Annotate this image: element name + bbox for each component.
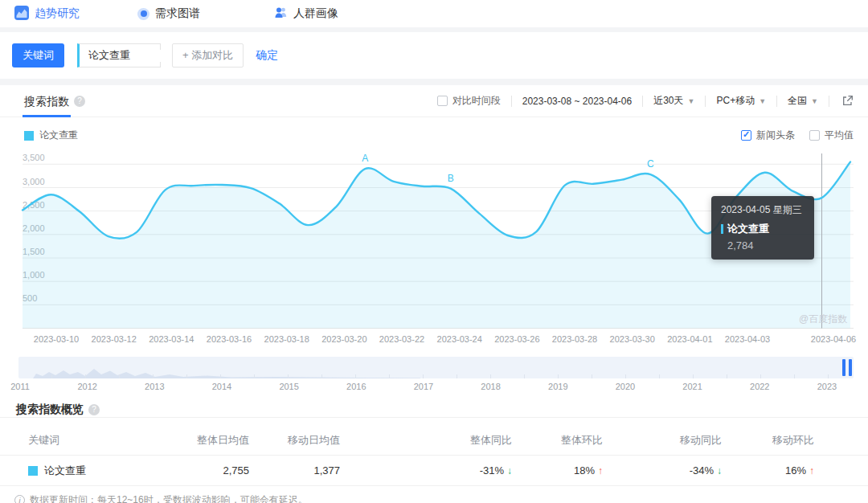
timeline-year-labels: 2011201220132014201520162017201820192020… — [18, 380, 854, 395]
nav-label-audience: 人群画像 — [293, 6, 338, 21]
demand-graph-icon — [137, 8, 149, 20]
year-label-2019: 2019 — [548, 382, 567, 391]
baidu-index-watermark: @百度指数 — [799, 313, 847, 326]
nav-item-trend-research[interactable]: 趋势研究 — [14, 6, 80, 22]
trend-arrow-icon: ↑ — [809, 465, 814, 476]
x-axis-label: 2023-03-22 — [379, 334, 424, 344]
news-checkbox-checked[interactable] — [741, 130, 751, 141]
compare-period-label: 对比时间段 — [452, 94, 501, 108]
row-keyword-cell: 论文查重 — [28, 464, 189, 478]
tab-search-index[interactable]: 搜索指数 — [24, 85, 69, 117]
help-icon[interactable] — [74, 96, 85, 107]
row-overall-daily-avg: 2,755 — [189, 464, 249, 476]
export-icon[interactable] — [841, 95, 854, 107]
x-axis-label: 2023-04-01 — [667, 334, 712, 344]
year-label-2020: 2020 — [616, 382, 635, 391]
tooltip-series-bar — [721, 224, 723, 234]
year-label-2023: 2023 — [817, 382, 837, 391]
info-icon — [14, 495, 25, 503]
svg-text:3,500: 3,500 — [23, 153, 45, 162]
tooltip-keyword: 论文查重 — [727, 222, 769, 236]
legend-keyword: 论文查重 — [39, 129, 78, 142]
time-span-dropdown[interactable]: 近30天 ▼ — [653, 94, 694, 108]
x-axis-label: 2023-03-14 — [149, 334, 194, 344]
device-dropdown[interactable]: PC+移动 ▼ — [716, 94, 766, 108]
x-axis-label: 2023-03-10 — [34, 334, 79, 344]
tooltip-date: 2023-04-05 星期三 — [721, 203, 805, 217]
overview-table-header: 关键词 整体日均值 移动日均值 整体同比 整体环比 移动同比 移动环比 — [0, 425, 868, 455]
average-toggle[interactable]: 平均值 — [809, 129, 854, 142]
row-mobile-yoy: -34%↓ — [603, 464, 722, 476]
help-icon[interactable] — [88, 404, 100, 415]
x-axis-label: 2023-03-28 — [552, 334, 597, 344]
divider — [511, 96, 512, 107]
x-axis-label: 2023-03-12 — [92, 334, 137, 344]
year-label-2022: 2022 — [750, 382, 769, 391]
year-label-2021: 2021 — [682, 382, 702, 391]
year-label-2013: 2013 — [145, 382, 164, 391]
row-overall-mom: 18%↑ — [512, 464, 603, 476]
col-overall-yoy: 整体同比 — [340, 433, 512, 448]
col-keyword: 关键词 — [28, 433, 189, 448]
confirm-link[interactable]: 确定 — [256, 48, 278, 63]
col-overall-mom: 整体环比 — [512, 433, 603, 448]
person-icon — [274, 6, 288, 21]
data-update-note: 数据更新时间：每天12~16时，受数据波动影响，可能会有延迟。 — [0, 486, 868, 503]
x-axis-label: 2023-04-03 — [725, 334, 770, 344]
year-label-2012: 2012 — [77, 382, 96, 391]
x-axis-label: 2023-03-24 — [437, 334, 482, 344]
year-label-2014: 2014 — [212, 382, 231, 391]
chart-header-row: 搜索指数 对比时间段 2023-03-08 ~ 2023-04-06 近30天 … — [0, 85, 868, 117]
search-index-card: 搜索指数 对比时间段 2023-03-08 ~ 2023-04-06 近30天 … — [0, 85, 868, 503]
tooltip-value: 2,784 — [727, 239, 805, 251]
timeline-slider[interactable] — [18, 357, 854, 378]
nav-label-demand: 需求图谱 — [155, 6, 200, 21]
x-axis-label: 2023-04-06 — [811, 334, 856, 344]
year-label-2011: 2011 — [10, 382, 30, 391]
chevron-down-icon: ▼ — [811, 97, 818, 105]
col-mobile-mom: 移动环比 — [722, 433, 814, 448]
slider-handle-right[interactable] — [849, 359, 852, 376]
col-overall-daily-avg: 整体日均值 — [189, 433, 249, 448]
time-span-value: 近30天 — [653, 94, 683, 108]
chart-filters: 对比时间段 2023-03-08 ~ 2023-04-06 近30天 ▼ PC+… — [437, 94, 854, 108]
chevron-down-icon: ▼ — [688, 97, 695, 105]
x-axis-label: 2023-03-26 — [494, 334, 539, 344]
trend-chart-icon — [14, 6, 29, 22]
divider — [642, 96, 643, 107]
row-overall-yoy: -31%↓ — [340, 464, 512, 476]
keyword-input[interactable] — [88, 50, 161, 62]
nav-item-audience-profile[interactable]: 人群画像 — [274, 6, 338, 21]
legend-row: 论文查重 新闻头条 平均值 — [0, 117, 868, 142]
overlay-toggles: 新闻头条 平均值 — [727, 129, 854, 142]
news-marker-B[interactable]: B — [448, 173, 454, 184]
slider-handle-left[interactable] — [842, 359, 845, 376]
nav-item-demand-graph[interactable]: 需求图谱 — [137, 6, 200, 21]
keyword-button[interactable]: 关键词 — [12, 43, 64, 67]
average-checkbox[interactable] — [809, 130, 820, 141]
year-label-2017: 2017 — [414, 382, 433, 391]
chart-tooltip: 2023-04-05 星期三 论文查重 2,784 — [711, 196, 814, 260]
x-axis-label: 2023-03-30 — [610, 334, 655, 344]
top-nav: 趋势研究 需求图谱 人群画像 — [0, 0, 868, 27]
region-dropdown[interactable]: 全国 ▼ — [788, 94, 818, 108]
series-color-swatch — [24, 131, 34, 141]
compare-period-checkbox[interactable] — [437, 96, 448, 106]
note-text: 数据更新时间：每天12~16时，受数据波动影响，可能会有延迟。 — [30, 493, 308, 503]
news-marker-C[interactable]: C — [647, 158, 654, 170]
keyword-bar: 关键词 + 添加对比 确定 — [0, 32, 868, 79]
date-range-value[interactable]: 2023-03-08 ~ 2023-04-06 — [522, 96, 632, 107]
news-marker-A[interactable]: A — [362, 153, 368, 164]
svg-text:3,000: 3,000 — [23, 177, 45, 186]
table-row[interactable]: 论文查重 2,755 1,377 -31%↓ 18%↑ -34%↓ 16%↑ — [0, 456, 868, 485]
col-mobile-yoy: 移动同比 — [603, 433, 722, 448]
year-label-2016: 2016 — [346, 382, 366, 391]
year-label-2018: 2018 — [481, 382, 500, 391]
average-toggle-label: 平均值 — [825, 129, 854, 142]
news-headline-toggle[interactable]: 新闻头条 — [741, 129, 795, 142]
divider — [705, 96, 706, 107]
x-axis-label: 2023-03-20 — [321, 334, 366, 344]
trend-chart-area[interactable]: 5001,0001,5002,0002,5003,0003,500ABC2023… — [0, 147, 868, 353]
add-compare-button[interactable]: + 添加对比 — [172, 43, 244, 67]
series-color-swatch — [28, 466, 38, 476]
